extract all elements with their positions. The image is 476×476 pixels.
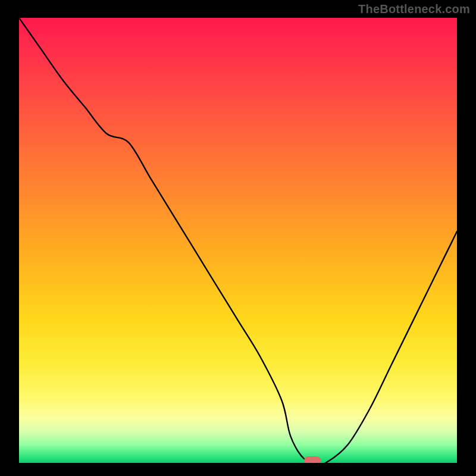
watermark-text: TheBottleneck.com bbox=[358, 2, 470, 16]
bottleneck-curve bbox=[19, 18, 457, 463]
curve-path bbox=[19, 18, 457, 463]
optimal-marker bbox=[304, 456, 321, 463]
plot-area bbox=[19, 18, 457, 463]
chart-frame: TheBottleneck.com bbox=[0, 0, 476, 476]
